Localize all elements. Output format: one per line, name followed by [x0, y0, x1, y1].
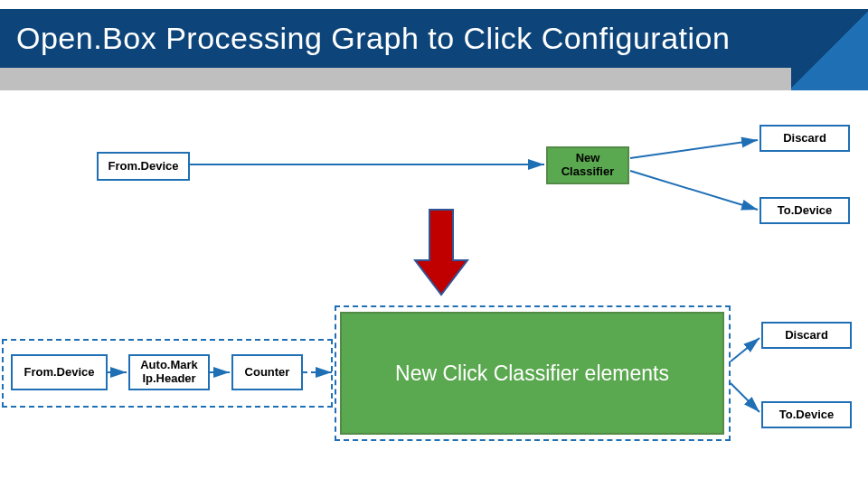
node-counter: Counter: [231, 354, 303, 390]
svg-line-2: [630, 171, 758, 210]
node-label: New Click Classifier elements: [395, 361, 669, 385]
node-label: To.Device: [778, 204, 832, 218]
node-todevice-top: To.Device: [760, 197, 850, 224]
red-arrow-icon: [413, 208, 469, 298]
node-label: New Classifier: [561, 152, 615, 179]
node-automark-ipheader: Auto.Mark Ip.Header: [128, 354, 210, 390]
title-gray-band: [0, 68, 791, 90]
node-label: From.Device: [108, 160, 178, 174]
node-new-classifier: New Classifier: [546, 146, 629, 184]
node-label: Discard: [785, 329, 828, 343]
node-todevice-bottom: To.Device: [761, 401, 852, 428]
node-new-click-classifier-elements: New Click Classifier elements: [340, 312, 724, 435]
node-discard-bottom: Discard: [761, 322, 852, 349]
title-bar: Open.Box Processing Graph to Click Confi…: [0, 9, 868, 90]
node-label: Counter: [245, 366, 290, 380]
node-from-device-bottom: From.Device: [11, 354, 108, 390]
node-discard-top: Discard: [760, 125, 850, 152]
svg-line-6: [731, 338, 760, 361]
title-dark-band: Open.Box Processing Graph to Click Confi…: [0, 9, 791, 68]
node-label: Discard: [783, 132, 826, 145]
node-label: From.Device: [24, 366, 94, 380]
node-from-device-top: From.Device: [97, 152, 190, 181]
node-label: To.Device: [779, 408, 834, 422]
svg-line-1: [630, 140, 758, 158]
svg-line-7: [731, 383, 760, 412]
page-title: Open.Box Processing Graph to Click Confi…: [0, 21, 730, 56]
title-corner-wedge: [791, 9, 868, 90]
node-label: Auto.Mark Ip.Header: [140, 359, 198, 386]
